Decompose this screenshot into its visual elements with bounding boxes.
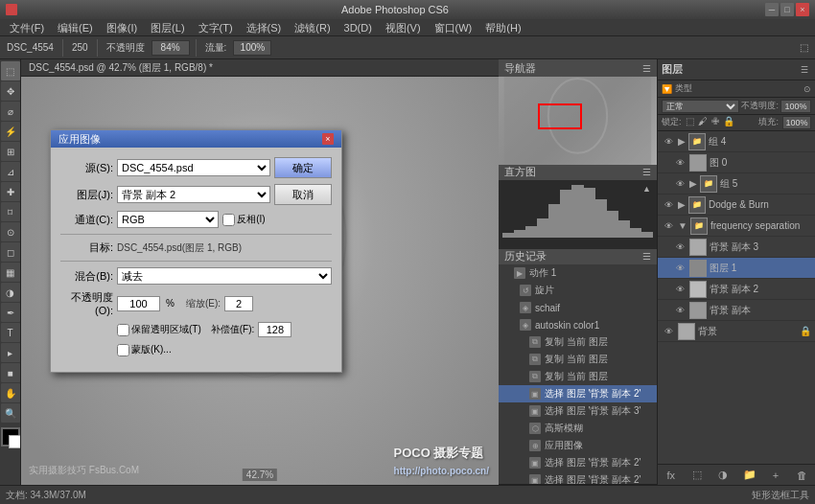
menu-window[interactable]: 窗口(W) bbox=[429, 19, 478, 36]
layer-1[interactable]: 👁 图层 1 bbox=[658, 258, 815, 279]
toolbar-flow-input[interactable] bbox=[233, 40, 271, 56]
dialog-close-btn[interactable]: × bbox=[322, 133, 334, 145]
menu-text[interactable]: 文字(T) bbox=[193, 19, 239, 36]
tool-crop[interactable]: ⊞ bbox=[1, 142, 20, 161]
history-item-schaif[interactable]: ◈schaif bbox=[499, 299, 657, 316]
mask-checkbox[interactable] bbox=[117, 344, 129, 356]
maximize-btn[interactable]: □ bbox=[780, 3, 794, 16]
tool-text[interactable]: T bbox=[1, 323, 20, 342]
invert-checkbox[interactable] bbox=[222, 214, 235, 226]
history-settings-icon[interactable]: ☰ bbox=[642, 251, 651, 262]
tool-brush[interactable]: ⌑ bbox=[1, 202, 20, 221]
arrow-dodge-burn[interactable]: ▶ bbox=[678, 199, 686, 210]
source-select[interactable]: DSC_4554.psd bbox=[117, 159, 270, 176]
eye-layer0[interactable]: 👁 bbox=[673, 156, 687, 170]
arrow-group4[interactable]: ▶ bbox=[678, 136, 686, 147]
background-color[interactable] bbox=[9, 435, 22, 448]
blend-mode-select[interactable]: 正常 bbox=[662, 100, 739, 113]
eye-freq-sep[interactable]: 👁 bbox=[662, 219, 675, 233]
arrow-freq-sep[interactable]: ▼ bbox=[678, 220, 687, 231]
fill-input[interactable] bbox=[782, 116, 811, 129]
tool-marquee[interactable]: ⬚ bbox=[1, 61, 20, 80]
layer-opacity-input[interactable] bbox=[780, 100, 811, 113]
history-item-select3[interactable]: ▣选择 图层 '背景 副本 2' bbox=[499, 454, 657, 471]
menu-image[interactable]: 图像(I) bbox=[101, 19, 143, 36]
tool-zoom[interactable]: 🔍 bbox=[1, 403, 20, 423]
offset-input[interactable]: 128 bbox=[258, 322, 291, 337]
histogram-settings-icon[interactable]: ☰ bbox=[642, 167, 651, 177]
history-header[interactable]: 历史记录 ☰ bbox=[499, 247, 657, 264]
layer-freq-sep[interactable]: 👁 ▼ 📁 frequency separation bbox=[658, 216, 815, 237]
navigator-header[interactable]: 导航器 ☰ bbox=[499, 59, 657, 77]
lock-position-icon[interactable]: ✙ bbox=[711, 116, 719, 129]
canvas-content[interactable]: 132781 POCO 摄影专题 http://photo.poco.cn/ 实… bbox=[21, 77, 499, 485]
eye-layer1[interactable]: 👁 bbox=[673, 262, 687, 275]
layer-bg-copy3[interactable]: 👁 背景 副本 3 bbox=[658, 237, 815, 258]
add-mask-btn[interactable]: ⬚ bbox=[688, 467, 706, 484]
eye-group4[interactable]: 👁 bbox=[662, 135, 675, 149]
menu-help[interactable]: 帮助(H) bbox=[479, 19, 526, 36]
tool-move[interactable]: ✥ bbox=[1, 81, 20, 101]
layer-bg[interactable]: 👁 背景 🔒 bbox=[658, 321, 815, 342]
history-item-action1[interactable]: ▶动作 1 bbox=[499, 264, 657, 282]
add-layer-btn[interactable]: + bbox=[767, 467, 784, 484]
tool-eraser[interactable]: ◻ bbox=[1, 242, 20, 262]
add-style-btn[interactable]: fx bbox=[663, 467, 680, 484]
opacity-input[interactable]: 100 bbox=[117, 296, 160, 311]
close-btn[interactable]: × bbox=[796, 3, 809, 16]
menu-select[interactable]: 选择(S) bbox=[241, 19, 288, 36]
tool-eyedropper[interactable]: ⊿ bbox=[1, 162, 20, 181]
eye-group5[interactable]: 👁 bbox=[673, 177, 687, 191]
arrow-group5[interactable]: ▶ bbox=[689, 178, 697, 189]
foreground-color[interactable] bbox=[1, 427, 20, 447]
minimize-btn[interactable]: ─ bbox=[765, 3, 779, 16]
lock-image-icon[interactable]: 🖌 bbox=[698, 116, 708, 129]
history-item-copy2[interactable]: ⧉复制 当前 图层 bbox=[499, 351, 657, 368]
eye-bg-copy[interactable]: 👁 bbox=[673, 304, 687, 317]
tool-path-select[interactable]: ▸ bbox=[1, 343, 20, 362]
ok-button[interactable]: 确定 bbox=[274, 157, 332, 178]
menu-3d[interactable]: 3D(D) bbox=[338, 19, 378, 36]
tool-lasso[interactable]: ⌀ bbox=[1, 102, 20, 121]
add-adjustment-btn[interactable]: ◑ bbox=[714, 467, 732, 484]
tool-dodge[interactable]: ◑ bbox=[1, 283, 20, 302]
navigator-settings-icon[interactable]: ☰ bbox=[642, 63, 651, 74]
tool-magic-wand[interactable]: ⚡ bbox=[1, 122, 20, 141]
scale-input[interactable]: 2 bbox=[224, 296, 253, 311]
menu-view[interactable]: 视图(V) bbox=[380, 19, 427, 36]
layer-select[interactable]: 背景 副本 2 bbox=[117, 186, 270, 203]
toolbar-opacity-input[interactable] bbox=[151, 40, 190, 56]
layer-group4[interactable]: 👁 ▶ 📁 组 4 bbox=[658, 131, 815, 152]
eye-bg[interactable]: 👁 bbox=[662, 325, 675, 338]
layer-0[interactable]: 👁 图 0 bbox=[658, 152, 815, 173]
tool-gradient[interactable]: ▦ bbox=[1, 263, 20, 282]
history-item-select1[interactable]: ▣选择 图层 '背景 副本 2' bbox=[499, 385, 657, 402]
history-item-copy3[interactable]: ⧉复制 当前 图层 bbox=[499, 368, 657, 385]
delete-layer-btn[interactable]: 🗑 bbox=[793, 467, 810, 484]
add-group-btn[interactable]: 📁 bbox=[741, 467, 758, 484]
tool-hand[interactable]: ✋ bbox=[1, 383, 20, 402]
dialog-title-bar[interactable]: 应用图像 × bbox=[51, 130, 341, 148]
histogram-header[interactable]: 直方图 ☰ bbox=[499, 163, 657, 180]
layer-bg-copy[interactable]: 👁 背景 副本 bbox=[658, 300, 815, 321]
menu-edit[interactable]: 编辑(E) bbox=[52, 19, 99, 36]
eye-dodge-burn[interactable]: 👁 bbox=[662, 198, 675, 212]
tool-pen[interactable]: ✒ bbox=[1, 303, 20, 322]
menu-filter[interactable]: 滤镜(R) bbox=[289, 19, 336, 36]
tool-heal[interactable]: ✚ bbox=[1, 182, 20, 201]
lock-transparent-icon[interactable]: ⬚ bbox=[686, 116, 694, 129]
history-item-autoskin[interactable]: ◈autoskin color1 bbox=[499, 316, 657, 333]
history-item-blur[interactable]: ⬡高斯模糊 bbox=[499, 420, 657, 437]
layers-panel-menu-btn[interactable]: ☰ bbox=[798, 64, 811, 76]
preserve-alpha-checkbox[interactable] bbox=[117, 324, 129, 336]
filter-toggle-icon[interactable]: ⊙ bbox=[803, 84, 811, 94]
history-item-apply[interactable]: ⊕应用图像 bbox=[499, 437, 657, 454]
layer-group5[interactable]: 👁 ▶ 📁 组 5 bbox=[658, 173, 815, 195]
tool-shape[interactable]: ■ bbox=[1, 363, 20, 382]
eye-bg-copy2[interactable]: 👁 bbox=[673, 283, 687, 296]
menu-layer[interactable]: 图层(L) bbox=[145, 19, 190, 36]
menu-file[interactable]: 文件(F) bbox=[4, 19, 50, 36]
blending-select[interactable]: 减去 bbox=[117, 267, 332, 285]
eye-bg-copy3[interactable]: 👁 bbox=[673, 241, 687, 254]
channel-select[interactable]: RGB bbox=[117, 211, 219, 228]
